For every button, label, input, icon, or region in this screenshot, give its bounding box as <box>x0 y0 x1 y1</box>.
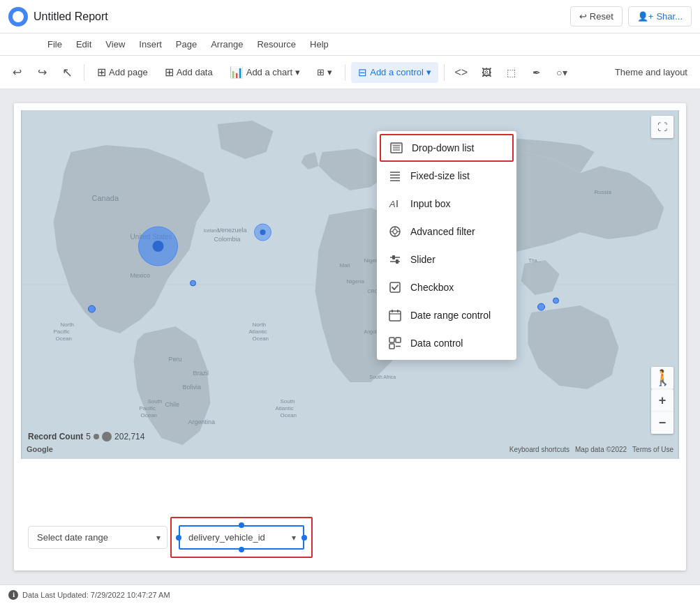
svg-text:Russia: Russia <box>595 189 612 195</box>
svg-rect-79 <box>389 338 394 342</box>
report-title: Untitled Report <box>33 10 108 23</box>
dropdown-list-icon <box>389 141 403 155</box>
app-logo <box>8 7 28 27</box>
map-zoom-out-button[interactable]: − <box>651 412 673 434</box>
svg-text:Nigeria: Nigeria <box>347 278 365 285</box>
menu-help[interactable]: Help <box>304 36 334 52</box>
svg-text:Colombia: Colombia <box>214 236 241 243</box>
share-button[interactable]: 👤+ Shar... <box>628 6 692 27</box>
input-box-label: Input box <box>410 198 451 209</box>
add-chart-chevron: ▾ <box>295 67 300 77</box>
add-chart-button[interactable]: 📊 Add a chart ▾ <box>223 61 308 83</box>
date-range-label: Date range control <box>410 310 491 321</box>
reset-button[interactable]: ↩ Reset <box>570 6 623 27</box>
select-tool-button[interactable]: ↖ <box>56 61 78 84</box>
add-component-button[interactable]: ⊞ ▾ <box>310 63 339 82</box>
checkbox-icon <box>388 280 402 294</box>
add-component-label: ⊞ <box>317 67 325 77</box>
menu-item-data-control[interactable]: Data control <box>377 329 516 357</box>
terms-link[interactable]: Terms of Use <box>632 446 673 453</box>
frame-button[interactable]: ⬚ <box>500 61 523 84</box>
dropdown-control-arrow: ▾ <box>292 533 296 543</box>
map-data-label: Map data ©2022 <box>575 446 627 453</box>
menu-item-input-box[interactable]: A Input box <box>377 190 516 218</box>
svg-point-46 <box>153 241 164 252</box>
status-text: Data Last Updated: 7/29/2022 10:47:27 AM <box>22 591 170 599</box>
add-control-chevron: ▾ <box>426 67 431 77</box>
canvas-area: Canada United States Mexico North Pacifi… <box>0 89 700 584</box>
menu-page[interactable]: Page <box>170 36 202 52</box>
menu-item-advanced-filter[interactable]: Advanced filter <box>377 218 516 246</box>
map-fullscreen-button[interactable]: ⛶ <box>651 116 673 138</box>
svg-point-48 <box>260 229 266 235</box>
svg-rect-80 <box>396 338 401 342</box>
toolbar: ↩ ↪ ↖ ⊞ Add page ⊞ Add data 📊 Add a char… <box>0 56 700 89</box>
component-chevron: ▾ <box>327 67 332 77</box>
svg-text:Ocean: Ocean <box>253 335 269 342</box>
theme-layout-button[interactable]: Theme and layout <box>608 63 694 82</box>
add-control-button[interactable]: ⊟ Add a control ▾ <box>351 62 438 83</box>
shapes-button[interactable]: ○▾ <box>551 61 573 84</box>
advanced-filter-icon <box>388 225 402 239</box>
data-control-icon <box>388 336 402 350</box>
image-button[interactable]: 🖼 <box>475 61 498 84</box>
share-icon: 👤+ <box>637 11 654 22</box>
date-range-wrapper: Select date range <box>28 526 167 549</box>
menu-insert[interactable]: Insert <box>133 36 167 52</box>
svg-text:Tha...: Tha... <box>529 258 542 263</box>
record-count-total: 202,714 <box>114 432 144 441</box>
menu-view[interactable]: View <box>100 36 131 52</box>
svg-rect-81 <box>389 344 394 349</box>
menu-item-slider[interactable]: Slider <box>377 246 516 273</box>
svg-text:A: A <box>389 199 396 209</box>
toolbar-divider-2 <box>345 64 345 81</box>
add-data-button[interactable]: ⊞ Add data <box>158 61 220 83</box>
svg-text:Ocean: Ocean <box>141 412 158 418</box>
checkbox-label: Checkbox <box>410 282 454 293</box>
svg-text:Chile: Chile <box>165 401 180 408</box>
undo-button[interactable]: ↩ <box>6 61 28 84</box>
add-control-icon: ⊟ <box>358 66 367 79</box>
svg-text:South: South <box>281 398 295 405</box>
svg-text:Ocean: Ocean <box>281 412 297 418</box>
menu-item-dropdown-list[interactable]: Drop-down list <box>380 134 514 162</box>
draw-button[interactable]: ✒ <box>526 61 548 84</box>
fixed-size-list-label: Fixed-size list <box>410 170 470 181</box>
add-data-icon: ⊞ <box>165 66 174 79</box>
menu-item-checkbox[interactable]: Checkbox <box>377 273 516 301</box>
menu-item-date-range[interactable]: Date range control <box>377 301 516 329</box>
legend-dot-small <box>94 434 99 439</box>
keyboard-shortcuts-link[interactable]: Keyboard shortcuts <box>509 446 569 453</box>
toolbar-divider-1 <box>84 64 84 81</box>
svg-text:Bolivia: Bolivia <box>183 384 202 391</box>
control-handle-right <box>301 535 307 541</box>
dropdown-control-text: delivery_vehicle_id <box>188 532 265 543</box>
control-handle-left <box>176 535 181 541</box>
menu-arrange[interactable]: Arrange <box>205 36 248 52</box>
svg-text:Mali: Mali <box>340 262 350 269</box>
slider-label: Slider <box>410 254 435 265</box>
date-range-select[interactable]: Select date range <box>28 526 167 549</box>
map-street-view-button[interactable]: 🚶 <box>651 367 673 389</box>
map-zoom-in-button[interactable]: + <box>651 389 673 412</box>
menu-resource[interactable]: Resource <box>251 36 301 52</box>
svg-text:Argentina: Argentina <box>188 418 216 425</box>
fixed-size-list-icon <box>388 169 402 183</box>
add-control-label: Add a control <box>370 67 424 77</box>
add-chart-icon: 📊 <box>230 66 244 79</box>
code-button[interactable]: <> <box>450 61 472 84</box>
menu-item-fixed-size-list[interactable]: Fixed-size list <box>377 162 516 190</box>
redo-button[interactable]: ↪ <box>31 61 53 84</box>
top-bar: Untitled Report ↩ Reset 👤+ Shar... <box>0 0 700 33</box>
menu-file[interactable]: File <box>42 36 68 52</box>
svg-rect-75 <box>389 311 401 321</box>
svg-text:Canada: Canada <box>92 194 119 202</box>
svg-text:Iceland: Iceland <box>204 228 220 233</box>
dropdown-control-box[interactable]: delivery_vehicle_id ▾ <box>179 525 304 550</box>
add-page-button[interactable]: ⊞ Add page <box>90 61 155 83</box>
menu-edit[interactable]: Edit <box>70 36 97 52</box>
input-box-icon: A <box>388 197 402 211</box>
top-bar-right: ↩ Reset 👤+ Shar... <box>570 6 692 27</box>
svg-text:North: North <box>61 322 75 328</box>
toolbar-divider-3 <box>444 64 445 81</box>
